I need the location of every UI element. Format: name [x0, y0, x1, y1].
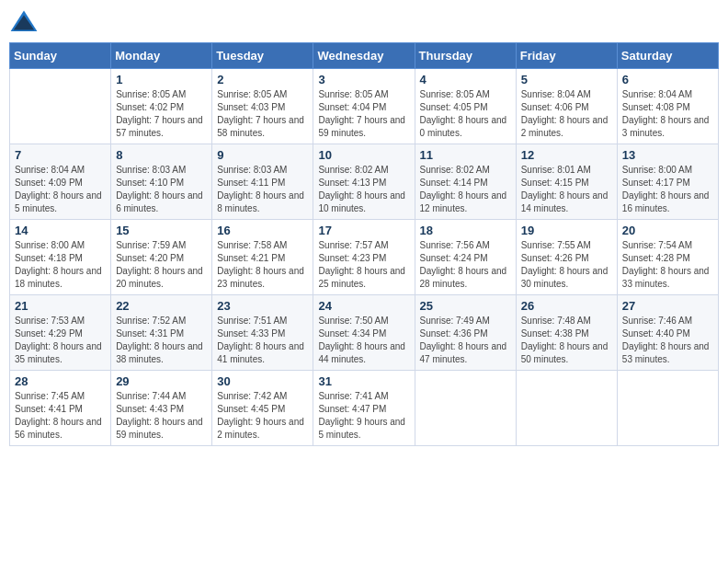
- calendar-cell: 1Sunrise: 8:05 AMSunset: 4:02 PMDaylight…: [111, 69, 212, 144]
- day-detail: Sunrise: 7:48 AMSunset: 4:38 PMDaylight:…: [521, 315, 612, 366]
- calendar-cell: 30Sunrise: 7:42 AMSunset: 4:45 PMDayligh…: [212, 371, 313, 446]
- day-number: 22: [116, 299, 207, 313]
- day-detail: Sunrise: 8:03 AMSunset: 4:10 PMDaylight:…: [116, 164, 207, 215]
- calendar-cell: 17Sunrise: 7:57 AMSunset: 4:23 PMDayligh…: [313, 220, 415, 295]
- day-detail: Sunrise: 8:04 AMSunset: 4:06 PMDaylight:…: [521, 88, 612, 140]
- calendar-cell: 20Sunrise: 7:54 AMSunset: 4:28 PMDayligh…: [617, 220, 718, 295]
- day-number: 5: [521, 73, 612, 86]
- day-detail: Sunrise: 7:58 AMSunset: 4:21 PMDaylight:…: [217, 239, 308, 291]
- day-number: 27: [622, 299, 713, 313]
- day-number: 20: [622, 224, 713, 237]
- calendar-cell: 9Sunrise: 8:03 AMSunset: 4:11 PMDaylight…: [212, 144, 313, 220]
- day-number: 30: [217, 374, 308, 388]
- day-number: 3: [318, 73, 409, 86]
- weekday-header-saturday: Saturday: [617, 43, 718, 69]
- day-number: 13: [622, 148, 713, 162]
- day-detail: Sunrise: 7:41 AMSunset: 4:47 PMDaylight:…: [318, 390, 409, 442]
- day-number: 9: [217, 148, 308, 162]
- calendar-cell: 22Sunrise: 7:52 AMSunset: 4:31 PMDayligh…: [111, 295, 212, 371]
- day-number: 2: [217, 73, 308, 86]
- day-number: 23: [217, 299, 308, 313]
- day-detail: Sunrise: 8:05 AMSunset: 4:03 PMDaylight:…: [217, 88, 308, 140]
- day-detail: Sunrise: 8:05 AMSunset: 4:05 PMDaylight:…: [420, 88, 511, 140]
- calendar-cell: 25Sunrise: 7:49 AMSunset: 4:36 PMDayligh…: [415, 295, 516, 371]
- calendar-cell: 16Sunrise: 7:58 AMSunset: 4:21 PMDayligh…: [212, 220, 313, 295]
- calendar-cell: 31Sunrise: 7:41 AMSunset: 4:47 PMDayligh…: [313, 371, 415, 446]
- day-detail: Sunrise: 8:05 AMSunset: 4:02 PMDaylight:…: [116, 88, 207, 140]
- day-detail: Sunrise: 8:02 AMSunset: 4:14 PMDaylight:…: [420, 164, 511, 215]
- day-number: 15: [116, 224, 207, 237]
- day-detail: Sunrise: 8:04 AMSunset: 4:08 PMDaylight:…: [622, 88, 713, 140]
- day-number: 25: [420, 299, 511, 313]
- page-header: [9, 9, 719, 35]
- day-number: 6: [622, 73, 713, 86]
- logo-icon: [9, 9, 39, 35]
- day-number: 14: [15, 224, 106, 237]
- day-number: 8: [116, 148, 207, 162]
- day-number: 12: [521, 148, 612, 162]
- calendar-cell: [10, 69, 111, 144]
- day-number: 10: [318, 148, 409, 162]
- weekday-header-thursday: Thursday: [415, 43, 516, 69]
- day-detail: Sunrise: 7:50 AMSunset: 4:34 PMDaylight:…: [318, 315, 409, 366]
- day-detail: Sunrise: 7:56 AMSunset: 4:24 PMDaylight:…: [420, 239, 511, 291]
- day-detail: Sunrise: 7:57 AMSunset: 4:23 PMDaylight:…: [318, 239, 409, 291]
- day-detail: Sunrise: 8:03 AMSunset: 4:11 PMDaylight:…: [217, 164, 308, 215]
- day-detail: Sunrise: 7:54 AMSunset: 4:28 PMDaylight:…: [622, 239, 713, 291]
- calendar-cell: 6Sunrise: 8:04 AMSunset: 4:08 PMDaylight…: [617, 69, 718, 144]
- day-number: 19: [521, 224, 612, 237]
- calendar-cell: 19Sunrise: 7:55 AMSunset: 4:26 PMDayligh…: [516, 220, 617, 295]
- day-detail: Sunrise: 7:55 AMSunset: 4:26 PMDaylight:…: [521, 239, 612, 291]
- weekday-header-tuesday: Tuesday: [212, 43, 313, 69]
- calendar-cell: 21Sunrise: 7:53 AMSunset: 4:29 PMDayligh…: [10, 295, 111, 371]
- week-row-0: 1Sunrise: 8:05 AMSunset: 4:02 PMDaylight…: [10, 69, 719, 144]
- calendar-cell: [617, 371, 718, 446]
- day-detail: Sunrise: 7:51 AMSunset: 4:33 PMDaylight:…: [217, 315, 308, 366]
- calendar-cell: 4Sunrise: 8:05 AMSunset: 4:05 PMDaylight…: [415, 69, 516, 144]
- calendar-cell: 7Sunrise: 8:04 AMSunset: 4:09 PMDaylight…: [10, 144, 111, 220]
- day-number: 18: [420, 224, 511, 237]
- calendar-cell: 10Sunrise: 8:02 AMSunset: 4:13 PMDayligh…: [313, 144, 415, 220]
- calendar-cell: [516, 371, 617, 446]
- calendar-cell: 15Sunrise: 7:59 AMSunset: 4:20 PMDayligh…: [111, 220, 212, 295]
- calendar-cell: 13Sunrise: 8:00 AMSunset: 4:17 PMDayligh…: [617, 144, 718, 220]
- weekday-header-monday: Monday: [111, 43, 212, 69]
- calendar-cell: 2Sunrise: 8:05 AMSunset: 4:03 PMDaylight…: [212, 69, 313, 144]
- day-number: 17: [318, 224, 409, 237]
- day-number: 4: [420, 73, 511, 86]
- calendar-cell: 26Sunrise: 7:48 AMSunset: 4:38 PMDayligh…: [516, 295, 617, 371]
- week-row-4: 28Sunrise: 7:45 AMSunset: 4:41 PMDayligh…: [10, 371, 719, 446]
- calendar-cell: 29Sunrise: 7:44 AMSunset: 4:43 PMDayligh…: [111, 371, 212, 446]
- day-detail: Sunrise: 7:42 AMSunset: 4:45 PMDaylight:…: [217, 390, 308, 442]
- day-detail: Sunrise: 8:02 AMSunset: 4:13 PMDaylight:…: [318, 164, 409, 215]
- weekday-header-row: SundayMondayTuesdayWednesdayThursdayFrid…: [10, 43, 719, 69]
- day-detail: Sunrise: 7:45 AMSunset: 4:41 PMDaylight:…: [15, 390, 106, 442]
- calendar-cell: 27Sunrise: 7:46 AMSunset: 4:40 PMDayligh…: [617, 295, 718, 371]
- day-number: 16: [217, 224, 308, 237]
- day-number: 1: [116, 73, 207, 86]
- weekday-header-sunday: Sunday: [10, 43, 111, 69]
- day-detail: Sunrise: 8:00 AMSunset: 4:18 PMDaylight:…: [15, 239, 106, 291]
- day-detail: Sunrise: 7:52 AMSunset: 4:31 PMDaylight:…: [116, 315, 207, 366]
- day-number: 21: [15, 299, 106, 313]
- calendar-cell: 3Sunrise: 8:05 AMSunset: 4:04 PMDaylight…: [313, 69, 415, 144]
- week-row-2: 14Sunrise: 8:00 AMSunset: 4:18 PMDayligh…: [10, 220, 719, 295]
- calendar-cell: 12Sunrise: 8:01 AMSunset: 4:15 PMDayligh…: [516, 144, 617, 220]
- day-number: 31: [318, 374, 409, 388]
- calendar-cell: 8Sunrise: 8:03 AMSunset: 4:10 PMDaylight…: [111, 144, 212, 220]
- day-detail: Sunrise: 7:46 AMSunset: 4:40 PMDaylight:…: [622, 315, 713, 366]
- day-number: 29: [116, 374, 207, 388]
- calendar-cell: 5Sunrise: 8:04 AMSunset: 4:06 PMDaylight…: [516, 69, 617, 144]
- calendar-cell: 11Sunrise: 8:02 AMSunset: 4:14 PMDayligh…: [415, 144, 516, 220]
- week-row-1: 7Sunrise: 8:04 AMSunset: 4:09 PMDaylight…: [10, 144, 719, 220]
- day-detail: Sunrise: 8:04 AMSunset: 4:09 PMDaylight:…: [15, 164, 106, 215]
- day-number: 26: [521, 299, 612, 313]
- day-number: 24: [318, 299, 409, 313]
- day-detail: Sunrise: 7:49 AMSunset: 4:36 PMDaylight:…: [420, 315, 511, 366]
- day-number: 7: [15, 148, 106, 162]
- day-detail: Sunrise: 8:05 AMSunset: 4:04 PMDaylight:…: [318, 88, 409, 140]
- weekday-header-wednesday: Wednesday: [313, 43, 415, 69]
- day-detail: Sunrise: 7:59 AMSunset: 4:20 PMDaylight:…: [116, 239, 207, 291]
- day-detail: Sunrise: 8:00 AMSunset: 4:17 PMDaylight:…: [622, 164, 713, 215]
- day-detail: Sunrise: 8:01 AMSunset: 4:15 PMDaylight:…: [521, 164, 612, 215]
